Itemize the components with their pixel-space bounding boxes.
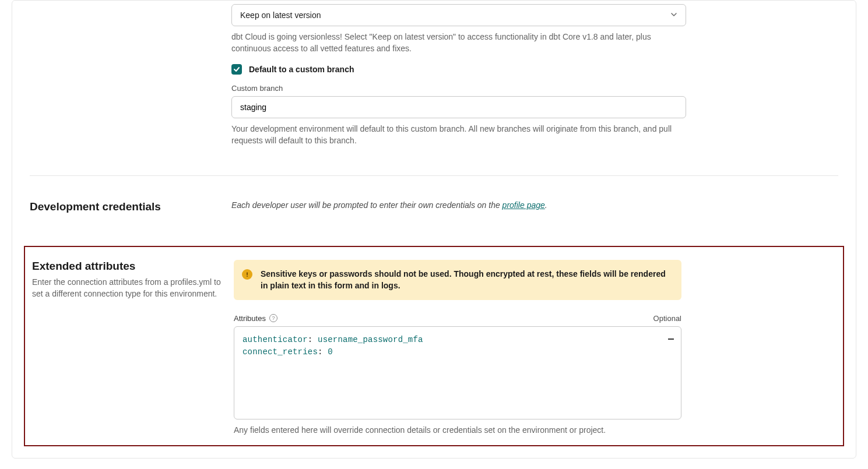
attributes-label: Attributes: [234, 314, 266, 323]
profile-page-link[interactable]: profile page: [502, 200, 545, 210]
warning-icon: [242, 269, 252, 280]
extended-attributes-subtext: Enter the connection attributes from a p…: [32, 276, 230, 300]
custom-branch-checkbox-label: Default to a custom branch: [249, 65, 354, 74]
code-line-1: authenticator: username_password_mfa: [243, 334, 673, 346]
optional-label: Optional: [653, 314, 681, 323]
custom-branch-input[interactable]: [231, 96, 686, 118]
svg-rect-1: [247, 276, 248, 277]
attributes-help-text: Any fields entered here will override co…: [234, 424, 836, 436]
section-divider: [30, 175, 838, 176]
warning-text: Sensitive keys or passwords should not b…: [261, 268, 672, 292]
warning-banner: Sensitive keys or passwords should not b…: [234, 260, 681, 300]
help-icon[interactable]: ?: [269, 314, 277, 322]
dev-credentials-title: Development credentials: [30, 200, 228, 213]
code-line-2: connect_retries: 0: [243, 346, 673, 358]
dev-credentials-desc: Each developer user will be prompted to …: [231, 200, 547, 210]
svg-rect-0: [247, 273, 248, 276]
extended-attributes-title: Extended attributes: [32, 260, 230, 273]
version-select-value: Keep on latest version: [240, 10, 321, 20]
extended-attributes-highlight: Extended attributes Enter the connection…: [24, 246, 844, 446]
check-icon: [233, 66, 240, 73]
custom-branch-field-label: Custom branch: [231, 84, 686, 93]
cursor-mark: [668, 338, 674, 340]
version-help-text: dbt Cloud is going versionless! Select "…: [231, 31, 686, 55]
version-select[interactable]: Keep on latest version: [231, 4, 686, 26]
custom-branch-checkbox[interactable]: [231, 64, 242, 75]
chevron-down-icon: [670, 10, 677, 20]
attributes-textarea[interactable]: authenticator: username_password_mfa con…: [234, 326, 681, 419]
custom-branch-help-text: Your development environment will defaul…: [231, 123, 686, 147]
